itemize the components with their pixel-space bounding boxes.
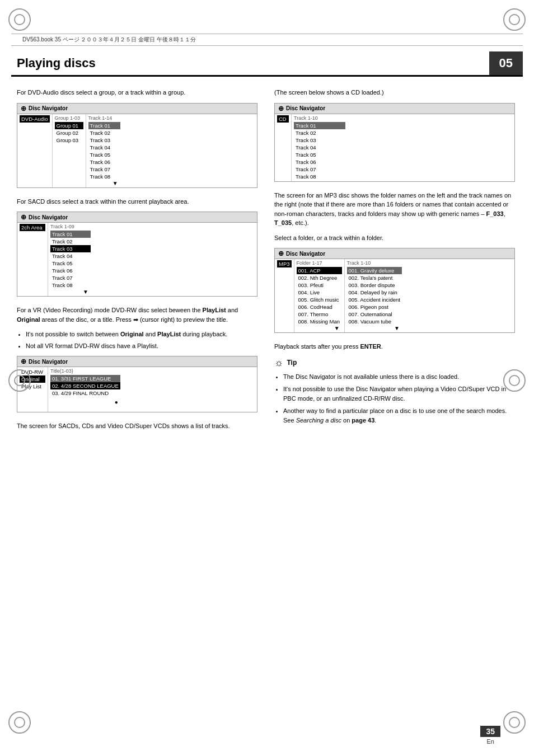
cd-nav: ⊕ Disc Navigator CD Track 1-10 Track 01 … (274, 103, 515, 182)
page-lang: En (480, 738, 500, 745)
mp3-col2: Folder 1-17 001. ACP 002. Nth Degree 003… (294, 259, 345, 332)
mp3-track02: 002. Tesla's patent (347, 274, 402, 281)
original-bold2: Original (120, 331, 144, 337)
dvd-audio-track03: Track 03 (88, 137, 120, 144)
cd-label: CD (277, 115, 289, 123)
main-content: For DVD-Audio discs select a group, or a… (0, 77, 534, 448)
mp3-folder06: 006. CodHead (297, 303, 342, 311)
tip-page-bold: page 43 (352, 417, 374, 424)
mp3-col3-label: Track 1-10 (347, 260, 402, 266)
dvdrw-nav: ⊕ Disc Navigator DVD-RW Original Play Li… (17, 356, 257, 412)
mp3-track08: 008. Vacuum tube (347, 318, 402, 325)
cd-track05: Track 05 (294, 151, 345, 158)
cd-track07: Track 07 (294, 166, 345, 173)
sacd-col2: Track 1-09 Track 01 Track 02 Track 03 Tr… (48, 223, 93, 296)
playlist-bold: PlayList (203, 307, 226, 313)
para-enter: Playback starts after you press ENTER. (274, 342, 515, 351)
cd-col2: Track 1-10 Track 01 Track 02 Track 03 Tr… (292, 114, 348, 181)
dvd-audio-group01: Group 01 (55, 122, 83, 129)
page-title-section: Playing discs 05 (11, 51, 523, 77)
mp3-col2-scroll: ▼ (297, 325, 342, 331)
dvdrw-nav-icon: ⊕ (21, 358, 26, 365)
cd-col1: CD (275, 114, 292, 181)
cd-track03: Track 03 (294, 137, 345, 144)
sacd-track06: Track 06 (50, 267, 91, 274)
header-bar: DV563.book 35 ページ ２００３年４月２５日 金曜日 午後８時１１分 (11, 34, 523, 46)
t035-bold: T_035 (274, 219, 292, 226)
tip-box: ☼ Tip The Disc Navigator is not availabl… (274, 357, 515, 425)
para-sacd: For SACD discs select a track within the… (17, 197, 257, 206)
dvdrw-col2: Title(1-03) 01. 3/31 FIRST LEAGUE 02. 4/… (48, 367, 123, 412)
dvd-audio-nav-title: Disc Navigator (29, 105, 68, 111)
dvd-audio-track07: Track 07 (88, 166, 120, 173)
sacd-nav-icon: ⊕ (21, 213, 26, 221)
cd-nav-body: CD Track 1-10 Track 01 Track 02 Track 03… (275, 114, 514, 181)
tip-item-3: Another way to find a particular place o… (283, 406, 515, 425)
dvd-audio-track01: Track 01 (88, 122, 120, 129)
original-bold: Original (17, 316, 40, 323)
sacd-scroll: ▼ (50, 289, 91, 295)
playlist-bold2: PlayList (157, 331, 181, 337)
sacd-nav-body: 2ch Area Track 1-09 Track 01 Track 02 Tr… (17, 223, 257, 296)
dvd-audio-track04: Track 04 (88, 144, 120, 151)
cd-track02: Track 02 (294, 129, 345, 137)
dvdrw-title02: 02. 4/28 SECOND LEAGUE (50, 382, 120, 389)
tip-item-1: The Disc Navigator is not available unle… (283, 372, 515, 382)
para-mp3: The screen for an MP3 disc shows the fol… (274, 191, 515, 228)
cd-col2-label: Track 1-10 (294, 115, 345, 121)
mp3-track07: 007. Outernational (347, 311, 402, 318)
para-dvd-audio: For DVD-Audio discs select a group, or a… (17, 88, 257, 97)
enter-bold: ENTER (360, 343, 381, 350)
dvdrw-bullet-list: It's not possible to switch between Orig… (26, 330, 257, 350)
dvd-audio-group02: Group 02 (55, 129, 83, 137)
cd-track06: Track 06 (294, 158, 345, 166)
dvdrw-title03: 03. 4/29 FINAL ROUND (50, 389, 120, 397)
mp3-track05: 005. Accident incident (347, 296, 402, 303)
f033-bold: F_033 (486, 210, 503, 217)
corner-decoration-mid-right (503, 369, 526, 392)
para-mp3-select: Select a folder, or a track within a fol… (274, 233, 515, 243)
dvd-audio-col1: DVD-Audio (17, 114, 53, 187)
dvdrw-nav-header: ⊕ Disc Navigator (17, 356, 257, 367)
mp3-folder01: 001. ACP (297, 267, 342, 274)
dvd-audio-col2: Group 1-03 Group 01 Group 02 Group 03 (53, 114, 86, 187)
page-title: Playing discs (11, 51, 489, 75)
dvd-audio-nav-body: DVD-Audio Group 1-03 Group 01 Group 02 G… (17, 114, 257, 187)
mp3-col3-scroll: ▼ (347, 325, 402, 331)
mp3-folder04: 004. Live (297, 289, 342, 296)
cd-nav-header: ⊕ Disc Navigator (275, 104, 514, 114)
dvd-audio-col2-label: Group 1-03 (55, 115, 83, 121)
sacd-nav-header: ⊕ Disc Navigator (17, 212, 257, 223)
tip-label: Tip (287, 359, 297, 367)
mp3-nav: ⊕ Disc Navigator MP3 Folder 1-17 001. AC… (274, 248, 515, 333)
dvdrw-nav-title: Disc Navigator (29, 359, 68, 365)
para-dvdrw: For a VR (Video Recording) mode DVD-RW d… (17, 306, 257, 324)
sacd-track02: Track 02 (50, 238, 91, 245)
header-file-info: DV563.book 35 ページ ２００３年４月２５日 金曜日 午後８時１１分 (22, 36, 196, 44)
mp3-nav-header: ⊕ Disc Navigator (275, 248, 514, 259)
mp3-nav-body: MP3 Folder 1-17 001. ACP 002. Nth Degree… (275, 259, 514, 332)
mp3-track01: 001. Gravity deluxe (347, 267, 402, 274)
dvd-audio-track06: Track 06 (88, 158, 120, 166)
mp3-col2-label: Folder 1-17 (297, 260, 342, 266)
mp3-track04: 004. Delayed by rain (347, 289, 402, 296)
dvdrw-scroll: ● (50, 399, 120, 405)
dvd-audio-col3: Track 1-14 Track 01 Track 02 Track 03 Tr… (86, 114, 123, 187)
corner-decoration-bottom-right (503, 711, 526, 734)
bullet1: It's not possible to switch between Orig… (26, 330, 257, 339)
dvd-audio-track05: Track 05 (88, 151, 120, 158)
mp3-nav-icon: ⊕ (278, 250, 284, 257)
mp3-folder03: 003. Pfeuti (297, 281, 342, 289)
sacd-nav-title: Disc Navigator (29, 214, 68, 220)
dvd-audio-col3-label: Track 1-14 (88, 115, 120, 121)
sacd-track08: Track 08 (50, 281, 91, 289)
dvdrw-title01: 01. 3/31 FIRST LEAGUE (50, 375, 120, 382)
dvd-audio-track08: Track 08 (88, 173, 120, 180)
mp3-folder08: 008. Missing Man (297, 318, 342, 325)
cd-track04: Track 04 (294, 144, 345, 151)
corner-decoration-top-left (8, 8, 31, 31)
mp3-track06: 006. Pigeon post (347, 303, 402, 311)
corner-decoration-top-right (503, 8, 526, 31)
corner-decoration-mid-left (8, 369, 31, 392)
mp3-nav-title: Disc Navigator (286, 251, 325, 257)
